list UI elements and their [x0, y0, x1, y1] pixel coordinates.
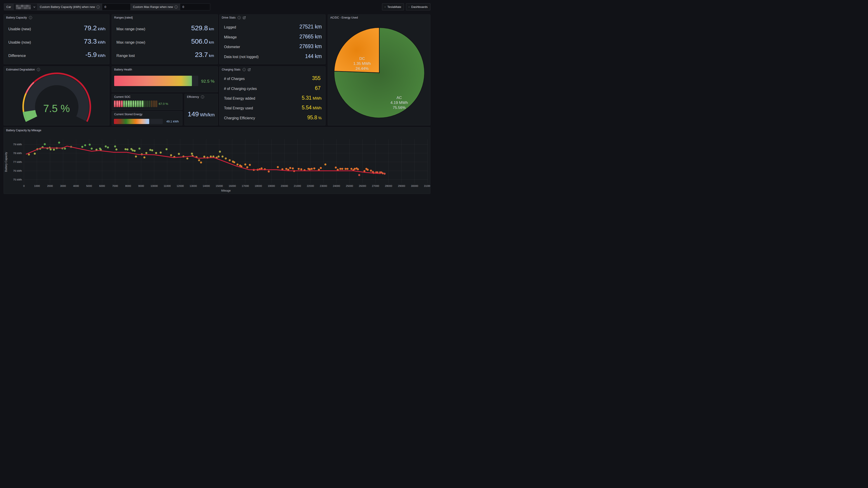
scatter-point [203, 156, 205, 158]
drive-stats-panel: Drive Stats i Logged27521 km Mileage2766… [219, 14, 326, 64]
scatter-point [198, 159, 200, 161]
custom-battery-capacity-input[interactable]: 0 [102, 4, 131, 10]
custom-max-range-label-text: Custom Max Range when new [133, 5, 173, 8]
car-select-value[interactable] [13, 4, 38, 10]
info-icon[interactable]: i [238, 16, 241, 19]
svg-text:3000: 3000 [60, 185, 66, 187]
external-link-icon[interactable] [243, 16, 246, 19]
pie-slice-dc[interactable] [334, 28, 379, 73]
efficiency-value-wrap: 149Wh/km [185, 110, 218, 118]
stat-unit: % [318, 116, 322, 121]
panel-title: Current Stored Energy [114, 113, 143, 116]
scatter-point [313, 167, 315, 169]
panel-title: Efficiency i [187, 95, 204, 98]
stat-label: Total Energy used [224, 106, 253, 110]
stored-energy-bar-fill [114, 119, 149, 124]
panel-title-text: Battery Capacity [6, 16, 27, 19]
panel-title: Battery Capacity i [6, 16, 32, 19]
info-icon[interactable]: i [243, 68, 246, 71]
svg-text:23000: 23000 [320, 185, 327, 187]
stat-rows: Max range (new)529.8km Max range (now)50… [116, 22, 214, 61]
scatter-point [178, 153, 180, 155]
custom-max-range-input[interactable]: 0 [180, 4, 210, 10]
scatter-point [260, 167, 263, 169]
scatter-point [160, 152, 162, 154]
battery-capacity-panel: Battery Capacity i Usable (new)79.2kWh U… [4, 14, 110, 64]
stat-row: Odometer27693 km [224, 43, 322, 50]
stat-row: Usable (now)73.3kWh [8, 37, 105, 45]
svg-text:21000: 21000 [294, 185, 301, 187]
scatter-point [367, 169, 369, 171]
stat-label: Total Energy added [224, 96, 255, 101]
info-icon[interactable]: i [96, 5, 100, 8]
scatter-point [298, 168, 300, 170]
scatter-point [246, 166, 248, 168]
soc-segment [119, 101, 120, 107]
scatter-point [237, 163, 239, 165]
car-select-label: Car [4, 4, 13, 10]
panel-title: Battery Capacity by Mileage [6, 129, 41, 132]
svg-text:8000: 8000 [125, 185, 131, 187]
stat-label: Usable (new) [8, 27, 31, 31]
stat-row: Difference-5.9kWh [8, 51, 105, 59]
soc-lcd-gauge [114, 101, 157, 107]
stat-row: # of Charging cycles67 [224, 85, 322, 91]
soc-segment [139, 101, 141, 107]
scatter-point [210, 156, 212, 158]
scatter-point [81, 146, 84, 148]
info-icon[interactable]: i [29, 16, 32, 19]
custom-max-range-field: Custom Max Range when new i 0 [130, 3, 210, 10]
stat-value: 529.8 [191, 24, 208, 32]
scatter-point [268, 170, 270, 173]
scatter-point [383, 173, 385, 175]
scatter-point [186, 158, 188, 160]
scatter-point [289, 167, 291, 169]
info-icon[interactable]: i [37, 68, 40, 71]
battery-capacity-chart[interactable]: 0100020003000400050006000700080009000100… [4, 127, 430, 194]
stat-value: 23.7 [195, 51, 208, 59]
scatter-point [357, 168, 359, 170]
battery-health-bar-fill [114, 76, 192, 86]
soc-segment [146, 101, 148, 107]
scatter-point [34, 153, 36, 155]
stat-value: 67 [315, 85, 320, 91]
scatter-point [135, 156, 137, 158]
scatter-point [341, 168, 343, 170]
svg-text:17000: 17000 [242, 185, 249, 187]
ranges-panel: Ranges [rated] Max range (new)529.8km Ma… [112, 14, 218, 64]
dashboards-button[interactable]: Dashboards [406, 3, 430, 10]
scatter-point [44, 143, 46, 145]
svg-text:27000: 27000 [372, 185, 379, 187]
external-link-icon[interactable] [248, 68, 251, 71]
acdc-energy-panel: AC/DC - Energy Used DC1.35 MWh24.44% AC4… [328, 14, 430, 125]
info-icon[interactable]: i [175, 5, 178, 8]
stat-label: Max range (new) [116, 27, 145, 31]
scatter-point [58, 142, 60, 144]
stat-label: Odometer [224, 45, 240, 49]
efficiency-unit: Wh/km [200, 112, 215, 117]
scatter-point [350, 168, 352, 170]
car-select[interactable]: Car [4, 3, 38, 10]
stored-energy-bar-track [114, 119, 163, 124]
scatter-point [311, 168, 313, 170]
soc-segment [135, 101, 136, 107]
stat-label: Difference [8, 54, 26, 58]
acdc-pie-chart[interactable]: DC1.35 MWh24.44% AC4.19 MWh75.56% [328, 15, 430, 125]
scatter-point [115, 149, 117, 151]
svg-text:26000: 26000 [359, 185, 366, 187]
svg-text:31000: 31000 [424, 185, 430, 187]
stat-unit: kWh [98, 27, 105, 31]
svg-text:1000: 1000 [34, 185, 40, 187]
scatter-point [285, 168, 287, 170]
info-icon[interactable]: i [201, 95, 204, 98]
svg-text:Mileage: Mileage [221, 189, 230, 192]
scatter-point [292, 167, 294, 169]
stat-row: Range lost23.7km [116, 51, 214, 59]
stat-unit: MWh [313, 106, 322, 110]
teslamate-button[interactable]: TeslaMate [382, 3, 404, 10]
svg-text:29000: 29000 [398, 185, 405, 187]
trend-line [26, 146, 381, 174]
stat-label: Data lost (not logged) [224, 55, 258, 59]
stat-label: Range lost [116, 54, 135, 58]
panel-title: Estimated Degradation i [6, 68, 40, 71]
